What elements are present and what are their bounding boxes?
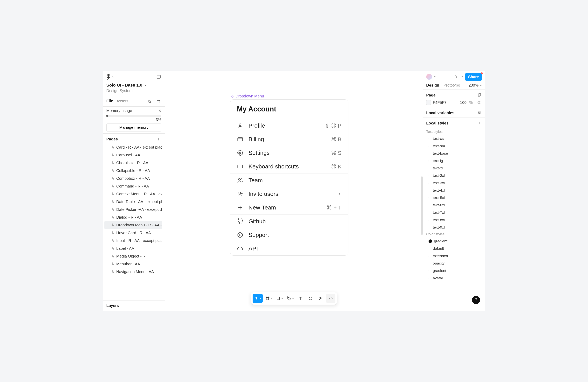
text-style-item[interactable]: ›text-sm xyxy=(423,142,485,150)
menu-item[interactable]: Support xyxy=(230,228,348,242)
add-page-icon[interactable] xyxy=(156,99,161,105)
menu-item[interactable]: Invite users xyxy=(230,187,348,201)
chevron-down-icon[interactable] xyxy=(461,76,463,78)
text-style-item[interactable]: ›text-5xl xyxy=(423,194,485,202)
menu-item-label: Profile xyxy=(249,122,320,129)
page-item-label: Date Table - AA - except placeh… xyxy=(116,200,162,204)
text-style-item[interactable]: ›text-8xl xyxy=(423,216,485,224)
color-style-item[interactable]: ›gradient xyxy=(423,267,485,275)
text-style-item[interactable]: ›text-6xl xyxy=(423,202,485,209)
manage-memory-button[interactable]: Manage memory xyxy=(106,124,161,131)
menu-item[interactable]: New Team⌘ + T xyxy=(230,201,348,214)
tab-prototype[interactable]: Prototype xyxy=(443,83,460,87)
menu-item[interactable]: Billing⌘ B xyxy=(230,132,348,146)
text-tool[interactable] xyxy=(296,294,305,303)
page-item[interactable]: ↳Card - R - AA - except placehol… xyxy=(105,143,162,151)
color-style-item[interactable]: ›avatar xyxy=(423,275,485,282)
canvas[interactable]: Dropdown Menu My Account Profile⇧ ⌘ PBil… xyxy=(165,71,423,311)
add-style-icon[interactable] xyxy=(477,120,482,126)
color-style-item[interactable]: ›default xyxy=(423,245,485,252)
dev-mode-toggle[interactable] xyxy=(326,294,336,303)
page-item[interactable]: ↳Combobox - R - AA xyxy=(105,174,162,182)
menu-item[interactable]: Github xyxy=(230,214,348,228)
text-style-item[interactable]: ›text-7xl xyxy=(423,209,485,216)
text-style-item[interactable]: ›text-xl xyxy=(423,165,485,172)
help-label: ? xyxy=(475,297,477,302)
close-icon[interactable]: ✕ xyxy=(158,108,161,113)
file-project[interactable]: Design System xyxy=(106,88,161,93)
github-icon xyxy=(237,218,243,225)
menu-item[interactable]: Keyboard shortcuts⌘ K xyxy=(230,160,348,173)
page-item[interactable]: ↳Context Menu - R - AA - except… xyxy=(105,190,162,198)
frame-tool[interactable] xyxy=(263,294,273,303)
file-title[interactable]: Solo UI - Base 1.0 xyxy=(106,83,142,88)
color-style-item[interactable]: ›opacity xyxy=(423,260,485,267)
page-list[interactable]: ↳Card - R - AA - except placehol…↳Carous… xyxy=(103,143,165,300)
variables-settings-icon[interactable] xyxy=(477,110,482,116)
page-item[interactable]: ↳Date Picker -AA - except disabl… xyxy=(105,206,162,213)
chevron-down-icon[interactable] xyxy=(434,76,436,78)
color-swatch[interactable] xyxy=(426,100,431,105)
share-button[interactable]: Share xyxy=(465,73,482,81)
panel-layout-icon[interactable] xyxy=(156,74,161,80)
menu-item[interactable]: Settings⌘ S xyxy=(230,146,348,160)
page-background-row[interactable]: F4F5F7 100 % xyxy=(426,100,482,105)
text-style-item[interactable]: ›text-lg xyxy=(423,157,485,165)
color-style-item[interactable]: gradient xyxy=(423,237,485,245)
present-button[interactable] xyxy=(453,74,459,80)
style-item-label: text-3xl xyxy=(433,181,445,185)
text-style-item[interactable]: ›text-9xl xyxy=(423,224,485,231)
page-item[interactable]: ↳Media Object - R xyxy=(105,252,162,260)
page-item[interactable]: ↳Label - AA xyxy=(105,244,162,252)
move-tool[interactable] xyxy=(252,294,263,303)
page-item[interactable]: ↳Hover Card - R - AA xyxy=(105,229,162,237)
menu-item[interactable]: Team xyxy=(230,173,348,187)
visibility-toggle-icon[interactable] xyxy=(477,100,482,105)
text-style-item[interactable]: ›text-2xl xyxy=(423,172,485,179)
text-style-item[interactable]: ›text-4xl xyxy=(423,187,485,194)
add-page-button[interactable] xyxy=(156,136,161,142)
gear-icon xyxy=(237,149,243,156)
color-opacity[interactable]: 100 xyxy=(460,100,466,105)
arrow-icon: ↳ xyxy=(111,145,115,149)
tab-file[interactable]: File xyxy=(106,99,113,105)
page-item[interactable]: ↳Collapsible - R - AA xyxy=(105,167,162,174)
svg-point-51 xyxy=(480,112,481,112)
page-item[interactable]: ↳Checkbox - R - AA xyxy=(105,159,162,167)
shape-tool[interactable] xyxy=(274,294,284,303)
text-style-item[interactable]: ›text-base xyxy=(423,150,485,157)
page-item[interactable]: ↳Command - R - AA xyxy=(105,182,162,190)
menu-item[interactable]: Profile⇧ ⌘ P xyxy=(230,119,348,132)
text-style-item[interactable]: ›text-3xl xyxy=(423,179,485,187)
export-page-icon[interactable] xyxy=(477,92,482,98)
actions-tool[interactable] xyxy=(316,294,325,303)
zoom-control[interactable]: 200% xyxy=(469,83,482,87)
memory-usage-panel: Memory usage ✕ 3% Manage memory xyxy=(103,106,165,134)
memory-heading: Memory usage xyxy=(106,108,132,113)
svg-line-4 xyxy=(150,102,151,103)
tab-assets[interactable]: Assets xyxy=(116,99,128,105)
avatar[interactable] xyxy=(426,74,432,80)
comment-tool[interactable] xyxy=(306,294,315,303)
chevron-down-icon[interactable] xyxy=(144,84,147,86)
page-item[interactable]: ↳Dropdown Menu - R - AA - exc… xyxy=(105,221,162,229)
search-icon[interactable] xyxy=(147,99,152,105)
page-item[interactable]: ↳Carousel - AA xyxy=(105,151,162,159)
page-item[interactable]: ↳Menubar - AA xyxy=(105,260,162,268)
text-style-item[interactable]: ›text-xs xyxy=(423,135,485,142)
help-button[interactable]: ? xyxy=(472,296,480,304)
tab-design[interactable]: Design xyxy=(426,83,439,87)
menu-item[interactable]: API xyxy=(230,242,348,255)
color-hex[interactable]: F4F5F7 xyxy=(433,100,458,105)
layers-header[interactable]: Layers xyxy=(103,300,165,311)
page-item[interactable]: ↳Navigation Menu - AA xyxy=(105,268,162,276)
arrow-icon: ↳ xyxy=(111,223,115,227)
scrollbar[interactable] xyxy=(421,176,423,235)
pen-tool[interactable] xyxy=(285,294,295,303)
frame-label[interactable]: Dropdown Menu xyxy=(231,94,264,98)
page-item[interactable]: ↳Input - R - AA - except placehol… xyxy=(105,237,162,244)
page-item[interactable]: ↳Date Table - AA - except placeh… xyxy=(105,198,162,206)
color-style-item[interactable]: ›extended xyxy=(423,252,485,260)
main-menu-button[interactable] xyxy=(106,74,115,80)
page-item[interactable]: ↳Dialog - R - AA xyxy=(105,213,162,221)
